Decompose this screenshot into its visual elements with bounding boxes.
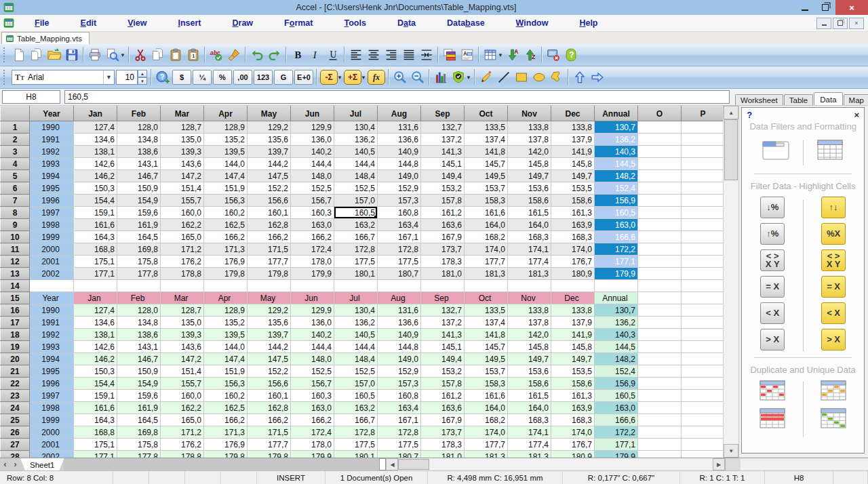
cell[interactable] [682,426,724,439]
cell[interactable] [682,280,724,292]
cell[interactable]: 174,1 [508,243,551,256]
cell[interactable] [682,268,724,280]
row-header[interactable]: 25 [1,414,30,426]
cell[interactable]: 148,4 [334,353,378,365]
row-header[interactable]: 8 [1,207,30,219]
cell[interactable]: 161,9 [117,402,161,414]
cell[interactable]: 171,2 [161,426,204,439]
cell[interactable]: 144,4 [334,341,378,353]
general-format-button[interactable]: G [274,70,293,85]
cell[interactable] [595,280,638,292]
less-than-highlight-button[interactable]: < X [821,302,846,324]
cell[interactable]: 166,6 [595,231,638,243]
cell[interactable]: 162,5 [204,219,248,231]
cell[interactable]: 149,0 [378,353,421,365]
cell[interactable]: 149,4 [421,353,465,365]
cell[interactable]: 144,8 [378,158,421,170]
cell[interactable]: 141,8 [465,329,508,341]
cell[interactable]: 152,5 [291,365,334,378]
cell[interactable]: 130,7 [595,304,638,317]
cell[interactable] [638,231,682,243]
cell[interactable]: 177,7 [248,439,291,451]
cell[interactable] [248,280,291,292]
cell[interactable]: 135,6 [248,134,291,146]
cell[interactable]: 161,2 [421,207,465,219]
draw-freeform-button[interactable] [548,68,566,86]
cell[interactable]: 166,2 [204,231,248,243]
between-values-highlight-button[interactable]: < > X Y [821,249,846,271]
cell[interactable]: 167,1 [378,414,421,426]
cell[interactable]: 153,5 [551,182,595,195]
cell[interactable]: 136,2 [334,134,378,146]
cell[interactable]: 176,9 [204,439,248,451]
cell[interactable]: 163,6 [421,219,465,231]
cell[interactable]: 162,5 [204,402,248,414]
cell[interactable]: 160,5 [595,390,638,402]
menu-view[interactable]: View [112,17,162,29]
scroll-down-button[interactable]: ▼ [724,444,738,458]
cell[interactable]: 158,6 [551,378,595,390]
cell[interactable]: 156,9 [595,378,638,390]
cell[interactable]: 137,8 [508,317,551,329]
cell[interactable]: 162,8 [248,402,291,414]
cell[interactable]: 161,3 [551,207,595,219]
column-header[interactable]: Jan [74,106,117,121]
cell[interactable]: 149,5 [465,170,508,182]
cell[interactable] [638,402,682,414]
cell[interactable] [638,268,682,280]
cell[interactable] [682,231,724,243]
cell[interactable]: 131,6 [378,304,421,317]
minimize-button[interactable] [795,0,815,15]
menu-format[interactable]: Format [269,17,328,29]
cell[interactable]: 152,4 [595,182,638,195]
cell[interactable]: 147,5 [248,353,291,365]
cell[interactable]: Oct [465,292,508,304]
cell[interactable]: 139,7 [248,329,291,341]
cell[interactable]: 163,2 [334,402,378,414]
cell[interactable]: 141,9 [551,329,595,341]
cell[interactable]: 1995 [30,182,74,195]
sort-ascending-button[interactable]: A [504,46,521,64]
chevron-down-icon[interactable]: ▼ [466,75,471,81]
close-button[interactable]: × [835,0,868,15]
cell[interactable]: 179,9 [595,451,638,458]
cell[interactable] [682,451,724,458]
cell[interactable]: 172,8 [378,426,421,439]
cell[interactable]: 139,5 [204,329,248,341]
cell[interactable]: 136,6 [378,317,421,329]
cell[interactable]: 1996 [30,378,74,390]
cell[interactable] [682,329,724,341]
cell[interactable]: 142,0 [508,146,551,158]
cell[interactable]: 166,2 [291,414,334,426]
cell[interactable]: 172,4 [291,243,334,256]
cell[interactable]: 164,3 [74,414,117,426]
cell[interactable]: 137,8 [508,134,551,146]
filter-table-button[interactable] [815,138,845,164]
cell[interactable]: 154,9 [117,378,161,390]
cell[interactable] [638,146,682,158]
cell[interactable]: 1994 [30,170,74,182]
cell[interactable]: 142,0 [508,329,551,341]
cell[interactable]: 178,8 [161,268,204,280]
cell[interactable]: 1998 [30,402,74,414]
cell[interactable]: 177,7 [465,439,508,451]
cell[interactable] [638,317,682,329]
cell[interactable]: 163,9 [551,219,595,231]
paste-button[interactable] [167,46,184,64]
cell[interactable]: 177,8 [117,451,161,458]
cell[interactable]: 172,8 [334,426,378,439]
negative-autosum-button[interactable]: -Σ [320,70,338,85]
draw-rectangle-button[interactable] [513,68,530,86]
cell[interactable]: 139,7 [248,146,291,158]
cut-button[interactable] [132,46,149,64]
decimal-format-button[interactable]: ,00 [233,70,252,85]
cell[interactable]: 151,9 [204,182,248,195]
cell[interactable]: 160,0 [161,207,204,219]
cell[interactable]: 129,2 [248,304,291,317]
font-name-select[interactable]: TTArial▼ [12,70,115,85]
cell[interactable]: May [248,292,291,304]
insert-chart-button[interactable] [432,68,450,86]
cell[interactable]: 136,2 [595,134,638,146]
column-header[interactable]: Sep [421,106,465,121]
cell[interactable]: 137,9 [551,134,595,146]
